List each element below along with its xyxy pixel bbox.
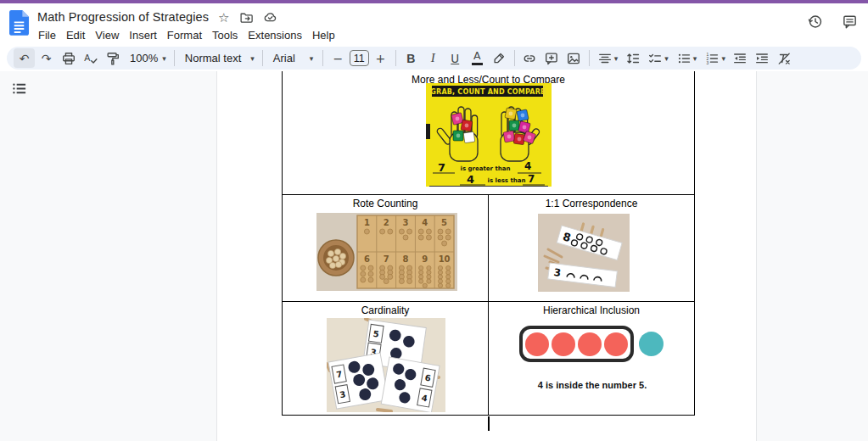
svg-text:is less than: is less than xyxy=(488,177,526,184)
chevron-down-icon: ▾ xyxy=(162,54,166,63)
hierarchical-box xyxy=(519,326,634,362)
caption-correspondence: 1:1 Correspondence xyxy=(489,195,694,210)
caption-rote-counting: Rote Counting xyxy=(283,195,488,210)
caption-cardinality: Cardinality xyxy=(283,302,488,317)
google-docs-logo[interactable] xyxy=(9,10,30,36)
clear-formatting-button[interactable] xyxy=(774,48,795,68)
cell-rote-counting[interactable]: Rote Counting 12345678910 xyxy=(282,195,489,302)
line-spacing-button[interactable] xyxy=(622,48,643,68)
move-to-folder-icon[interactable] xyxy=(239,10,254,25)
add-comment-icon xyxy=(544,51,559,66)
insert-image-button[interactable] xyxy=(563,48,585,68)
grab-count-compare-image[interactable]: GRAB, COUNT AND COMPARE xyxy=(426,83,552,187)
decrease-indent-button[interactable] xyxy=(730,48,751,68)
font-dropdown[interactable]: Arial ▾ xyxy=(267,48,318,68)
underline-button[interactable]: U xyxy=(445,48,466,68)
chevron-down-icon: ▾ xyxy=(250,54,255,63)
star-icon[interactable]: ☆ xyxy=(218,11,229,24)
svg-text:9: 9 xyxy=(422,254,428,264)
checklist-dropdown[interactable]: ▾ xyxy=(644,48,672,68)
inside-circle xyxy=(604,332,628,356)
svg-text:GRAB, COUNT AND COMPARE: GRAB, COUNT AND COMPARE xyxy=(430,88,545,96)
paint-roller-icon xyxy=(105,51,120,66)
cloud-saved-icon[interactable] xyxy=(263,10,277,25)
formatting-toolbar: ↶ ↷ A 100% ▾ Normal text ▾ Arial ▾ − 11 … xyxy=(7,47,861,70)
svg-text:2: 2 xyxy=(384,218,389,227)
svg-text:10: 10 xyxy=(439,254,451,264)
decrease-font-size-button[interactable]: − xyxy=(328,48,349,68)
chevron-down-icon: ▾ xyxy=(664,54,669,63)
svg-text:4: 4 xyxy=(524,160,531,172)
add-comment-button[interactable] xyxy=(541,48,563,68)
svg-text:1: 1 xyxy=(364,218,370,227)
line-spacing-icon xyxy=(625,51,641,66)
highlight-color-button[interactable] xyxy=(489,48,510,68)
align-icon xyxy=(597,51,613,66)
italic-button[interactable]: I xyxy=(423,48,444,68)
numbered-list-dropdown[interactable]: 123 ▾ xyxy=(701,48,729,68)
numbered-list-icon: 123 xyxy=(704,51,720,66)
insert-link-button[interactable] xyxy=(519,48,540,68)
bold-button[interactable]: B xyxy=(400,48,422,68)
svg-text:A: A xyxy=(84,53,91,63)
bulleted-list-icon xyxy=(676,51,692,66)
text-cursor xyxy=(488,416,490,431)
align-dropdown[interactable]: ▾ xyxy=(594,48,622,68)
indent-icon xyxy=(754,51,770,66)
show-outline-button[interactable] xyxy=(11,81,28,96)
cell-correspondence[interactable]: 1:1 Correspondence 8 xyxy=(489,195,695,302)
increase-font-size-button[interactable]: + xyxy=(370,48,391,68)
zoom-dropdown[interactable]: 100% ▾ xyxy=(124,48,170,68)
checklist-icon xyxy=(647,51,663,66)
clear-formatting-icon xyxy=(776,51,792,66)
document-page[interactable]: More and Less/Count to Compare GRAB, COU… xyxy=(216,71,757,441)
cell-more-and-less[interactable]: More and Less/Count to Compare GRAB, COU… xyxy=(282,71,695,195)
paint-format-button[interactable] xyxy=(102,48,123,68)
image-icon xyxy=(566,51,581,66)
menu-help[interactable]: Help xyxy=(307,27,340,43)
version-history-button[interactable] xyxy=(807,14,823,33)
inside-circle xyxy=(552,332,575,356)
undo-button[interactable]: ↶ xyxy=(14,48,35,68)
chevron-down-icon: ▾ xyxy=(614,54,619,63)
hierarchical-inclusion-image[interactable]: 4 is inside the number 5. xyxy=(519,326,669,362)
font-size-input[interactable]: 11 xyxy=(350,50,369,66)
chevron-down-icon: ▾ xyxy=(310,54,314,63)
cell-cardinality[interactable]: Cardinality 5 3 xyxy=(282,302,489,416)
svg-text:4: 4 xyxy=(467,173,474,186)
menu-view[interactable]: View xyxy=(90,27,124,43)
menu-file[interactable]: File xyxy=(33,27,61,43)
svg-text:7: 7 xyxy=(528,173,535,185)
svg-text:5: 5 xyxy=(441,218,447,227)
menu-tools[interactable]: Tools xyxy=(207,27,243,43)
paragraph-style-dropdown[interactable]: Normal text ▾ xyxy=(179,48,258,68)
document-canvas: More and Less/Count to Compare GRAB, COU… xyxy=(0,71,868,441)
hierarchical-caption: 4 is inside the number 5. xyxy=(514,380,670,390)
menu-edit[interactable]: Edit xyxy=(61,27,90,43)
text-color-button[interactable]: A xyxy=(467,48,488,68)
menu-insert[interactable]: Insert xyxy=(124,27,162,43)
chevron-down-icon: ▾ xyxy=(721,54,725,63)
svg-text:7: 7 xyxy=(384,254,389,264)
document-title[interactable]: Math Progression of Strategies xyxy=(37,10,209,24)
comments-button[interactable] xyxy=(842,14,858,33)
rote-counting-image[interactable]: 12345678910 xyxy=(316,213,457,291)
increase-indent-button[interactable] xyxy=(752,48,773,68)
one-to-one-correspondence-image[interactable]: 8 3 xyxy=(538,214,630,292)
spellcheck-button[interactable]: A xyxy=(80,48,101,68)
chevron-down-icon: ▾ xyxy=(693,54,697,63)
svg-text:4: 4 xyxy=(422,218,428,227)
inside-circle xyxy=(525,332,549,356)
cardinality-image[interactable]: 5 3 7 3 xyxy=(327,318,445,412)
svg-text:6: 6 xyxy=(364,254,370,264)
redo-button[interactable]: ↷ xyxy=(36,48,57,68)
bulleted-list-dropdown[interactable]: ▾ xyxy=(673,48,701,68)
svg-text:3: 3 xyxy=(707,61,709,65)
outside-circle xyxy=(639,332,664,356)
menu-extensions[interactable]: Extensions xyxy=(243,27,307,43)
print-button[interactable] xyxy=(58,48,79,68)
cell-hierarchical-inclusion[interactable]: Hierarchical Inclusion 4 is inside the n… xyxy=(489,302,695,416)
svg-text:8: 8 xyxy=(403,254,409,264)
svg-text:3: 3 xyxy=(403,218,409,227)
menu-format[interactable]: Format xyxy=(162,27,207,43)
